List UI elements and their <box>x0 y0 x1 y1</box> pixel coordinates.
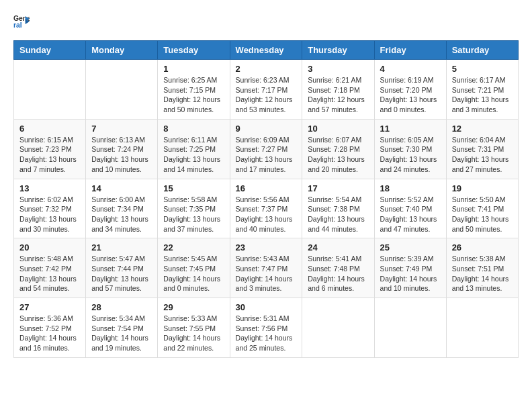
day-number: 15 <box>163 183 224 193</box>
calendar-cell <box>302 298 374 358</box>
day-number: 29 <box>163 302 224 312</box>
day-number: 13 <box>19 183 80 193</box>
calendar-cell: 19Sunrise: 5:50 AM Sunset: 7:41 PM Dayli… <box>446 179 518 238</box>
day-number: 14 <box>91 183 152 193</box>
day-number: 3 <box>308 64 368 74</box>
calendar-cell: 17Sunrise: 5:54 AM Sunset: 7:38 PM Dayli… <box>302 179 374 238</box>
calendar-cell: 3Sunrise: 6:21 AM Sunset: 7:18 PM Daylig… <box>302 60 374 120</box>
calendar-cell: 16Sunrise: 5:56 AM Sunset: 7:37 PM Dayli… <box>230 179 302 238</box>
day-of-week-header: Wednesday <box>230 41 302 60</box>
calendar-cell <box>14 60 86 120</box>
day-info: Sunrise: 6:00 AM Sunset: 7:34 PM Dayligh… <box>91 195 152 234</box>
calendar-cell: 10Sunrise: 6:07 AM Sunset: 7:28 PM Dayli… <box>302 119 374 179</box>
header: Gene ral <box>13 13 519 30</box>
day-info: Sunrise: 6:04 AM Sunset: 7:31 PM Dayligh… <box>452 135 513 175</box>
calendar-week-row: 1Sunrise: 6:25 AM Sunset: 7:15 PM Daylig… <box>14 60 519 120</box>
day-info: Sunrise: 6:17 AM Sunset: 7:21 PM Dayligh… <box>452 75 513 115</box>
calendar-cell: 25Sunrise: 5:39 AM Sunset: 7:49 PM Dayli… <box>374 238 446 298</box>
day-info: Sunrise: 6:23 AM Sunset: 7:17 PM Dayligh… <box>236 75 297 115</box>
calendar-cell <box>86 60 158 120</box>
day-number: 9 <box>236 124 297 134</box>
calendar-header-row: SundayMondayTuesdayWednesdayThursdayFrid… <box>14 41 519 60</box>
day-of-week-header: Sunday <box>14 41 86 60</box>
day-info: Sunrise: 5:41 AM Sunset: 7:48 PM Dayligh… <box>308 254 368 293</box>
calendar-cell: 14Sunrise: 6:00 AM Sunset: 7:34 PM Dayli… <box>86 179 158 238</box>
calendar-week-row: 13Sunrise: 6:02 AM Sunset: 7:32 PM Dayli… <box>14 179 519 238</box>
day-info: Sunrise: 5:52 AM Sunset: 7:40 PM Dayligh… <box>380 195 441 234</box>
calendar-cell: 22Sunrise: 5:45 AM Sunset: 7:45 PM Dayli… <box>158 238 230 298</box>
day-info: Sunrise: 5:36 AM Sunset: 7:52 PM Dayligh… <box>19 314 80 353</box>
day-info: Sunrise: 5:47 AM Sunset: 7:44 PM Dayligh… <box>91 254 152 293</box>
day-info: Sunrise: 6:25 AM Sunset: 7:15 PM Dayligh… <box>163 75 224 115</box>
calendar-week-row: 27Sunrise: 5:36 AM Sunset: 7:52 PM Dayli… <box>14 298 519 358</box>
day-info: Sunrise: 5:43 AM Sunset: 7:47 PM Dayligh… <box>236 254 297 293</box>
calendar-cell: 12Sunrise: 6:04 AM Sunset: 7:31 PM Dayli… <box>446 119 518 179</box>
day-info: Sunrise: 5:50 AM Sunset: 7:41 PM Dayligh… <box>452 195 513 234</box>
svg-text:ral: ral <box>13 21 22 29</box>
day-of-week-header: Saturday <box>446 41 518 60</box>
day-of-week-header: Monday <box>86 41 158 60</box>
day-info: Sunrise: 5:56 AM Sunset: 7:37 PM Dayligh… <box>236 195 297 234</box>
day-info: Sunrise: 6:21 AM Sunset: 7:18 PM Dayligh… <box>308 75 368 115</box>
calendar-cell: 28Sunrise: 5:34 AM Sunset: 7:54 PM Dayli… <box>86 298 158 358</box>
day-number: 8 <box>163 124 224 134</box>
day-number: 10 <box>308 124 368 134</box>
day-info: Sunrise: 5:33 AM Sunset: 7:55 PM Dayligh… <box>163 314 224 353</box>
day-info: Sunrise: 6:07 AM Sunset: 7:28 PM Dayligh… <box>308 135 368 175</box>
day-of-week-header: Tuesday <box>158 41 230 60</box>
calendar-cell: 24Sunrise: 5:41 AM Sunset: 7:48 PM Dayli… <box>302 238 374 298</box>
calendar-cell: 21Sunrise: 5:47 AM Sunset: 7:44 PM Dayli… <box>86 238 158 298</box>
day-number: 16 <box>236 183 297 193</box>
day-info: Sunrise: 5:58 AM Sunset: 7:35 PM Dayligh… <box>163 195 224 234</box>
calendar-cell <box>446 298 518 358</box>
day-of-week-header: Friday <box>374 41 446 60</box>
day-number: 22 <box>163 242 224 253</box>
day-number: 26 <box>452 242 513 253</box>
day-number: 28 <box>91 302 152 312</box>
calendar-cell: 29Sunrise: 5:33 AM Sunset: 7:55 PM Dayli… <box>158 298 230 358</box>
calendar-cell: 27Sunrise: 5:36 AM Sunset: 7:52 PM Dayli… <box>14 298 86 358</box>
day-info: Sunrise: 6:09 AM Sunset: 7:27 PM Dayligh… <box>236 135 297 175</box>
day-number: 1 <box>163 64 224 74</box>
calendar-cell: 5Sunrise: 6:17 AM Sunset: 7:21 PM Daylig… <box>446 60 518 120</box>
day-number: 12 <box>452 124 513 134</box>
day-of-week-header: Thursday <box>302 41 374 60</box>
calendar-cell: 26Sunrise: 5:38 AM Sunset: 7:51 PM Dayli… <box>446 238 518 298</box>
calendar-cell: 2Sunrise: 6:23 AM Sunset: 7:17 PM Daylig… <box>230 60 302 120</box>
day-number: 23 <box>236 242 297 253</box>
day-info: Sunrise: 5:54 AM Sunset: 7:38 PM Dayligh… <box>308 195 368 234</box>
day-number: 17 <box>308 183 368 193</box>
calendar-cell: 9Sunrise: 6:09 AM Sunset: 7:27 PM Daylig… <box>230 119 302 179</box>
calendar-week-row: 6Sunrise: 6:15 AM Sunset: 7:23 PM Daylig… <box>14 119 519 179</box>
day-number: 6 <box>19 124 80 134</box>
calendar-cell <box>374 298 446 358</box>
calendar-cell: 7Sunrise: 6:13 AM Sunset: 7:24 PM Daylig… <box>86 119 158 179</box>
day-number: 4 <box>380 64 441 74</box>
calendar-cell: 30Sunrise: 5:31 AM Sunset: 7:56 PM Dayli… <box>230 298 302 358</box>
calendar-cell: 18Sunrise: 5:52 AM Sunset: 7:40 PM Dayli… <box>374 179 446 238</box>
calendar-cell: 15Sunrise: 5:58 AM Sunset: 7:35 PM Dayli… <box>158 179 230 238</box>
calendar-cell: 13Sunrise: 6:02 AM Sunset: 7:32 PM Dayli… <box>14 179 86 238</box>
day-info: Sunrise: 6:19 AM Sunset: 7:20 PM Dayligh… <box>380 75 441 115</box>
logo-icon: Gene ral <box>13 13 30 30</box>
calendar-cell: 4Sunrise: 6:19 AM Sunset: 7:20 PM Daylig… <box>374 60 446 120</box>
day-number: 25 <box>380 242 441 253</box>
day-info: Sunrise: 5:31 AM Sunset: 7:56 PM Dayligh… <box>236 314 297 353</box>
day-number: 20 <box>19 242 80 253</box>
day-number: 21 <box>91 242 152 253</box>
day-number: 11 <box>380 124 441 134</box>
calendar-cell: 1Sunrise: 6:25 AM Sunset: 7:15 PM Daylig… <box>158 60 230 120</box>
logo: Gene ral <box>13 13 32 30</box>
calendar-table: SundayMondayTuesdayWednesdayThursdayFrid… <box>13 40 519 358</box>
day-number: 27 <box>19 302 80 312</box>
day-info: Sunrise: 6:05 AM Sunset: 7:30 PM Dayligh… <box>380 135 441 175</box>
day-info: Sunrise: 5:48 AM Sunset: 7:42 PM Dayligh… <box>19 254 80 293</box>
day-number: 18 <box>380 183 441 193</box>
calendar-cell: 20Sunrise: 5:48 AM Sunset: 7:42 PM Dayli… <box>14 238 86 298</box>
day-number: 24 <box>308 242 368 253</box>
day-info: Sunrise: 6:13 AM Sunset: 7:24 PM Dayligh… <box>91 135 152 175</box>
calendar-cell: 6Sunrise: 6:15 AM Sunset: 7:23 PM Daylig… <box>14 119 86 179</box>
day-info: Sunrise: 5:45 AM Sunset: 7:45 PM Dayligh… <box>163 254 224 293</box>
calendar-week-row: 20Sunrise: 5:48 AM Sunset: 7:42 PM Dayli… <box>14 238 519 298</box>
calendar-cell: 11Sunrise: 6:05 AM Sunset: 7:30 PM Dayli… <box>374 119 446 179</box>
